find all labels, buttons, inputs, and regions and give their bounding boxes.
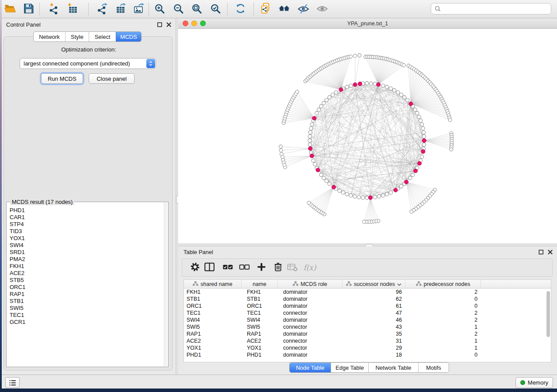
network-hub-node[interactable] [422, 139, 426, 143]
network-node[interactable] [450, 148, 453, 151]
mcds-result-item[interactable]: ORC1 [7, 284, 164, 291]
export-image-button[interactable] [131, 1, 146, 17]
network-node[interactable] [322, 176, 325, 180]
network-node[interactable] [377, 195, 381, 198]
network-node[interactable] [361, 196, 365, 199]
network-node[interactable] [374, 196, 377, 199]
network-node[interactable] [349, 55, 353, 58]
network-node[interactable] [349, 194, 353, 197]
mcds-result-item[interactable]: YOX1 [7, 235, 164, 242]
network-node[interactable] [357, 196, 360, 199]
network-hub-node[interactable] [409, 102, 413, 106]
open-session-button[interactable] [2, 1, 17, 17]
hide-panels-button[interactable] [295, 1, 311, 17]
network-node[interactable] [420, 123, 424, 126]
network-node[interactable] [338, 189, 341, 193]
search-input[interactable] [443, 5, 547, 13]
table-row[interactable]: SWI5SWI5connector431 [184, 323, 551, 330]
network-node[interactable] [365, 196, 369, 199]
table-row[interactable]: YOX1YOX1connector291 [184, 344, 551, 351]
zoom-in-button[interactable] [152, 1, 167, 17]
network-hub-node[interactable] [353, 83, 357, 86]
home-button[interactable] [276, 1, 292, 17]
mcds-result-item[interactable]: STB5 [7, 277, 164, 284]
network-node[interactable] [399, 93, 403, 96]
network-node[interactable] [319, 173, 323, 176]
network-node[interactable] [422, 131, 426, 134]
minimize-window-icon[interactable] [191, 21, 197, 26]
network-hub-node[interactable] [421, 149, 425, 153]
export-network-button[interactable] [94, 1, 110, 17]
zoom-fit-button[interactable] [189, 1, 204, 17]
network-node[interactable] [411, 173, 415, 176]
network-node[interactable] [310, 123, 314, 126]
network-hub-node[interactable] [405, 180, 408, 184]
mcds-result-item[interactable]: ACE2 [7, 270, 164, 277]
network-node[interactable] [325, 179, 328, 183]
mcds-result-item[interactable]: SWI4 [7, 242, 164, 249]
import-table-button[interactable] [65, 1, 80, 17]
table-row[interactable]: RAP1RAP1dominator352 [184, 330, 551, 337]
select-all-button[interactable] [221, 261, 234, 274]
network-node[interactable] [279, 149, 283, 152]
network-window-titlebar[interactable]: YPA_prune.txt_1 [178, 18, 557, 29]
table-row[interactable]: FKH1FKH1dominator962 [184, 289, 551, 296]
run-mcds-button[interactable]: Run MCDS [41, 73, 83, 84]
column-header-shared-name[interactable]: shared name [184, 280, 242, 288]
network-hub-node[interactable] [358, 82, 362, 86]
network-hub-node[interactable] [312, 116, 316, 120]
network-node[interactable] [389, 191, 392, 194]
column-header-predecessor-nodes[interactable]: predecessor nodes [405, 280, 481, 288]
network-node[interactable] [381, 84, 385, 87]
delete-column-button[interactable] [271, 261, 284, 274]
network-node[interactable] [328, 96, 331, 99]
tab-network[interactable]: Network [34, 32, 65, 41]
close-panel-icon[interactable] [548, 250, 553, 254]
network-node[interactable] [415, 111, 419, 115]
table-row[interactable]: SWI4SWI4dominator462 [184, 316, 551, 323]
mcds-result-item[interactable]: CAR1 [7, 214, 164, 221]
network-node[interactable] [345, 193, 349, 196]
table-row[interactable]: TEC1TEC1connector472 [184, 309, 551, 316]
network-node[interactable] [353, 195, 356, 198]
network-node[interactable] [349, 84, 353, 87]
network-node[interactable] [406, 98, 409, 102]
mcds-result-item[interactable]: STP4 [7, 221, 164, 228]
tab-select[interactable]: Select [89, 32, 116, 41]
network-node[interactable] [402, 64, 405, 67]
network-node[interactable] [408, 176, 412, 180]
network-node[interactable] [328, 182, 331, 186]
network-node[interactable] [410, 210, 413, 213]
tab-mcds[interactable]: MCDS [116, 32, 141, 41]
network-node[interactable] [280, 152, 284, 156]
table-row[interactable]: STB1STB1dominator620 [184, 296, 551, 303]
network-hub-node[interactable] [394, 188, 398, 192]
network-hub-node[interactable] [310, 154, 314, 158]
network-node[interactable] [311, 159, 315, 162]
network-node[interactable] [389, 87, 392, 90]
mcds-result-item[interactable]: TEC1 [7, 312, 164, 319]
network-node[interactable] [341, 191, 345, 194]
network-node[interactable] [385, 85, 389, 89]
network-node[interactable] [331, 93, 334, 96]
table-row[interactable]: ORC1ORC1dominator610 [184, 303, 551, 309]
network-node[interactable] [421, 127, 425, 130]
import-network-button[interactable] [46, 1, 62, 17]
tab-node-table[interactable]: Node Table [290, 363, 331, 372]
mcds-result-item[interactable]: PHD1 [7, 207, 164, 214]
tab-motifs[interactable]: Motifs [418, 363, 449, 372]
network-hub-node[interactable] [368, 196, 372, 199]
network-node[interactable] [363, 220, 366, 224]
mcds-result-item[interactable]: RAP1 [7, 291, 164, 298]
network-graph[interactable] [178, 29, 557, 244]
network-node[interactable] [448, 118, 452, 122]
mcds-result-item[interactable]: TID3 [7, 228, 164, 235]
tab-network-table[interactable]: Network Table [368, 363, 418, 372]
network-hub-node[interactable] [308, 147, 312, 151]
save-session-button[interactable] [21, 1, 36, 17]
table-row[interactable]: PHD1PHD1dominator180 [184, 351, 551, 358]
network-hub-node[interactable] [332, 185, 336, 189]
task-history-button[interactable] [5, 377, 20, 388]
network-hub-node[interactable] [414, 169, 418, 173]
network-hub-node[interactable] [377, 83, 381, 86]
